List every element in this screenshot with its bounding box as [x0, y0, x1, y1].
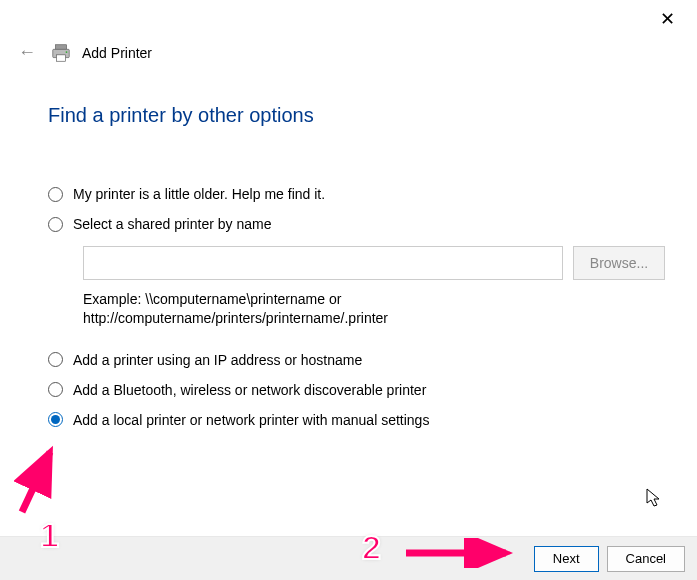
- radio-icon[interactable]: [48, 217, 63, 232]
- option-local-manual[interactable]: Add a local printer or network printer w…: [48, 412, 668, 428]
- page-title: Find a printer by other options: [48, 104, 314, 127]
- svg-rect-0: [56, 44, 67, 49]
- browse-button: Browse...: [573, 246, 665, 280]
- options-group: My printer is a little older. Help me fi…: [48, 186, 668, 442]
- next-button[interactable]: Next: [534, 546, 599, 572]
- svg-line-4: [22, 452, 50, 512]
- option-label: Add a Bluetooth, wireless or network dis…: [73, 382, 426, 398]
- example-line-1: Example: \\computername\printername or: [83, 291, 341, 307]
- option-label: Add a local printer or network printer w…: [73, 412, 429, 428]
- option-ip-address[interactable]: Add a printer using an IP address or hos…: [48, 352, 668, 368]
- radio-icon[interactable]: [48, 382, 63, 397]
- shared-printer-name-input[interactable]: [83, 246, 563, 280]
- shared-printer-subsection: Browse... Example: \\computername\printe…: [83, 246, 668, 328]
- example-line-2: http://computername/printers/printername…: [83, 310, 388, 326]
- option-shared-printer[interactable]: Select a shared printer by name: [48, 216, 668, 232]
- shared-example-text: Example: \\computername\printername or h…: [83, 290, 563, 328]
- option-label: Select a shared printer by name: [73, 216, 271, 232]
- header-title: Add Printer: [82, 45, 152, 61]
- option-bluetooth-wireless[interactable]: Add a Bluetooth, wireless or network dis…: [48, 382, 668, 398]
- radio-icon[interactable]: [48, 352, 63, 367]
- back-arrow-icon[interactable]: ←: [14, 40, 40, 65]
- radio-icon[interactable]: [48, 187, 63, 202]
- option-label: My printer is a little older. Help me fi…: [73, 186, 325, 202]
- printer-icon: [50, 42, 72, 64]
- header: ← Add Printer: [14, 40, 152, 65]
- close-button[interactable]: ✕: [652, 6, 683, 32]
- radio-icon[interactable]: [48, 412, 63, 427]
- cancel-button[interactable]: Cancel: [607, 546, 685, 572]
- svg-rect-2: [56, 54, 65, 60]
- option-label: Add a printer using an IP address or hos…: [73, 352, 362, 368]
- option-older-printer[interactable]: My printer is a little older. Help me fi…: [48, 186, 668, 202]
- footer: Next Cancel: [0, 536, 697, 580]
- svg-point-3: [66, 51, 68, 53]
- cursor-icon: [646, 488, 662, 508]
- annotation-arrow-1: [10, 440, 70, 520]
